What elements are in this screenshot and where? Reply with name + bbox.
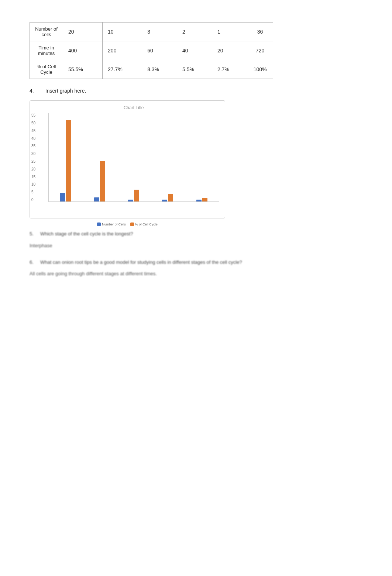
table-cell: 60 — [142, 41, 177, 60]
table-total-cell: 100% — [247, 60, 273, 79]
y-axis-label: 25 — [31, 159, 35, 163]
y-axis-label: 30 — [31, 152, 35, 156]
question-5-answer: Interphase — [30, 243, 362, 248]
legend-label: % of Cell Cycle — [135, 223, 158, 226]
y-axis-label: 55 — [31, 113, 35, 117]
bar-orange — [66, 120, 71, 202]
table-cell: 200 — [103, 41, 142, 60]
table-cell: 10 — [103, 23, 142, 41]
y-axis-line — [48, 113, 49, 202]
table-cell: 27.7% — [103, 60, 142, 79]
bar-group — [48, 113, 82, 202]
table-cell: 1 — [212, 23, 247, 41]
question-4-label: Insert graph here. — [45, 88, 86, 94]
question-6-answer: All cells are going through different st… — [30, 271, 362, 276]
y-axis-label: 0 — [31, 198, 35, 202]
bar-blue — [60, 193, 65, 202]
table-cell: 8.3% — [142, 60, 177, 79]
bar-group — [117, 113, 151, 202]
y-axis-label: 40 — [31, 137, 35, 141]
table-row-label: Time in minutes — [30, 41, 63, 60]
chart-container: Chart Title 0510152025303540455055 Numbe… — [30, 100, 225, 218]
table-row-label: % of Cell Cycle — [30, 60, 63, 79]
bar-group — [151, 113, 185, 202]
y-axis-label: 10 — [31, 182, 35, 186]
y-axis: 0510152025303540455055 — [31, 113, 35, 202]
x-baseline — [48, 201, 219, 202]
table-row-label: Number of cells — [30, 23, 63, 41]
bar-group — [185, 113, 219, 202]
question-6-block: 6. What can onion root tips be a good mo… — [30, 259, 362, 277]
table-cell: 3 — [142, 23, 177, 41]
table-cell: 2.7% — [212, 60, 247, 79]
legend-color-box — [97, 223, 101, 226]
table-cell: 55.5% — [63, 60, 103, 79]
bar-orange — [100, 161, 105, 202]
table-cell: 2 — [177, 23, 212, 41]
y-axis-label: 20 — [31, 167, 35, 171]
legend-item: Number of Cells — [97, 223, 126, 226]
table-cell: 40 — [177, 41, 212, 60]
chart-legend: Number of Cells% of Cell Cycle — [30, 223, 225, 226]
bar-orange — [168, 194, 173, 202]
table-cell: 5.5% — [177, 60, 212, 79]
chart-area: 0510152025303540455055 — [48, 113, 219, 202]
question-4-number: 4. — [30, 88, 34, 94]
question-5-text: 5. Which stage of the cell cycle is the … — [30, 230, 362, 238]
y-axis-label: 45 — [31, 129, 35, 133]
table-cell: 20 — [212, 41, 247, 60]
chart-title: Chart Title — [48, 105, 219, 110]
table-total-cell: 36 — [247, 23, 273, 41]
y-axis-label: 5 — [31, 190, 35, 194]
question-5-block: 5. Which stage of the cell cycle is the … — [30, 230, 362, 248]
data-table: Number of cells201032136Time in minutes4… — [30, 22, 273, 79]
legend-label: Number of Cells — [102, 223, 126, 226]
y-axis-label: 35 — [31, 144, 35, 148]
table-total-cell: 720 — [247, 41, 273, 60]
question-4: 4. Insert graph here. — [30, 88, 362, 94]
y-axis-label: 50 — [31, 121, 35, 125]
table-cell: 400 — [63, 41, 103, 60]
y-axis-label: 15 — [31, 175, 35, 179]
table-cell: 20 — [63, 23, 103, 41]
bar-orange — [134, 190, 139, 202]
legend-item: % of Cell Cycle — [130, 223, 158, 226]
question-6-text: 6. What can onion root tips be a good mo… — [30, 259, 362, 266]
legend-color-box — [130, 223, 134, 226]
bar-group — [82, 113, 116, 202]
